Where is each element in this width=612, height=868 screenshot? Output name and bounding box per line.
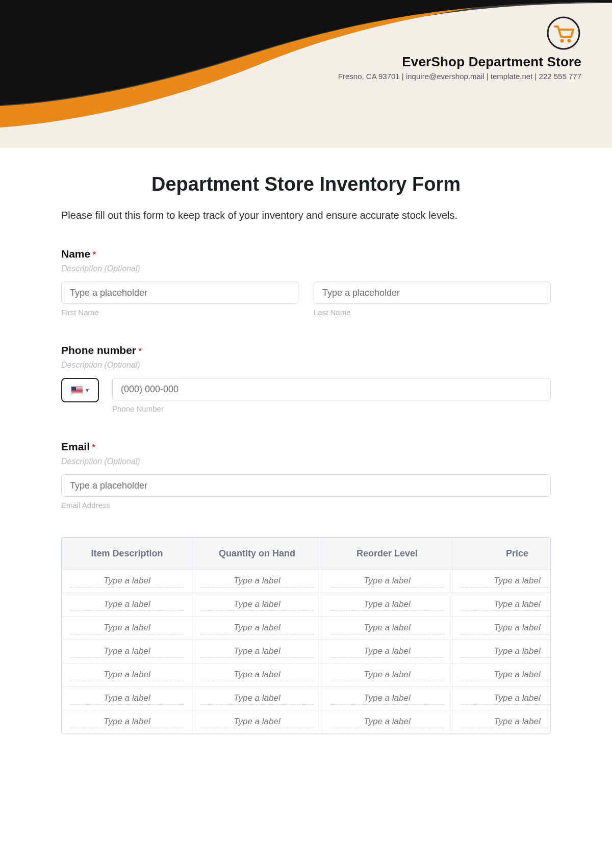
table-cell-input[interactable] bbox=[461, 575, 551, 588]
table-cell-input[interactable] bbox=[200, 598, 314, 611]
email-sublabel: Email Address bbox=[61, 501, 551, 509]
table-cell-input[interactable] bbox=[200, 645, 314, 658]
table-cell bbox=[192, 593, 322, 617]
table-cell bbox=[322, 687, 452, 710]
table-cell-input[interactable] bbox=[461, 645, 551, 658]
phone-field-group: Phone number * Description (Optional) bbox=[61, 344, 551, 413]
table-cell bbox=[62, 663, 192, 687]
cart-logo-icon bbox=[546, 15, 581, 51]
table-cell bbox=[452, 570, 551, 593]
company-contact-line: Fresno, CA 93701 | inquire@evershop.mail… bbox=[265, 72, 581, 81]
table-cell-input[interactable] bbox=[70, 645, 184, 658]
table-cell-input[interactable] bbox=[461, 622, 551, 634]
phone-sublabel: Phone Number bbox=[112, 404, 551, 413]
table-cell-input[interactable] bbox=[70, 692, 184, 705]
table-cell-input[interactable] bbox=[330, 598, 444, 611]
table-row bbox=[62, 710, 551, 734]
svg-rect-9 bbox=[71, 393, 83, 393]
table-cell-input[interactable] bbox=[461, 692, 551, 705]
form-title: Department Store Inventory Form bbox=[61, 173, 551, 195]
chevron-down-icon: ▾ bbox=[86, 387, 89, 394]
table-cell bbox=[192, 617, 322, 640]
table-cell bbox=[62, 593, 192, 617]
table-cell bbox=[192, 710, 322, 734]
email-label: Email bbox=[61, 441, 90, 452]
table-cell bbox=[192, 570, 322, 593]
table-cell-input[interactable] bbox=[461, 598, 551, 611]
first-name-input[interactable] bbox=[61, 282, 298, 304]
company-name: EverShop Department Store bbox=[265, 54, 581, 70]
svg-point-0 bbox=[548, 17, 579, 49]
us-flag-icon bbox=[71, 387, 83, 394]
table-cell-input[interactable] bbox=[200, 669, 314, 681]
table-cell bbox=[322, 570, 452, 593]
table-row bbox=[62, 687, 551, 710]
table-row bbox=[62, 593, 551, 617]
table-cell bbox=[192, 687, 322, 710]
table-cell-input[interactable] bbox=[70, 598, 184, 611]
svg-rect-7 bbox=[71, 391, 83, 391]
phone-required-mark: * bbox=[138, 347, 141, 355]
form-area: Department Store Inventory Form Please f… bbox=[0, 148, 612, 755]
table-row bbox=[62, 617, 551, 640]
table-cell bbox=[62, 687, 192, 710]
table-cell-input[interactable] bbox=[200, 622, 314, 634]
table-cell-input[interactable] bbox=[200, 692, 314, 705]
table-header-item-description: Item Description bbox=[62, 538, 192, 570]
table-cell-input[interactable] bbox=[330, 692, 444, 705]
svg-rect-8 bbox=[71, 392, 83, 392]
name-field-group: Name * Description (Optional) First Name… bbox=[61, 248, 551, 317]
first-name-sublabel: First Name bbox=[61, 308, 298, 317]
table-cell bbox=[452, 710, 551, 734]
email-description: Description (Optional) bbox=[61, 457, 551, 466]
email-field-group: Email * Description (Optional) Email Add… bbox=[61, 441, 551, 509]
table-cell bbox=[452, 663, 551, 687]
table-cell-input[interactable] bbox=[70, 669, 184, 681]
svg-rect-10 bbox=[71, 387, 76, 391]
table-cell-input[interactable] bbox=[330, 669, 444, 681]
email-required-mark: * bbox=[92, 443, 95, 452]
table-header-quantity: Quantity on Hand bbox=[192, 538, 322, 570]
table-cell bbox=[452, 687, 551, 710]
svg-point-2 bbox=[568, 39, 571, 43]
name-description: Description (Optional) bbox=[61, 264, 551, 273]
table-cell-input[interactable] bbox=[330, 575, 444, 588]
table-cell bbox=[452, 593, 551, 617]
table-cell-input[interactable] bbox=[330, 716, 444, 728]
country-code-select[interactable]: ▾ bbox=[61, 378, 99, 402]
letterhead-header: EverShop Department Store Fresno, CA 937… bbox=[0, 0, 612, 148]
table-cell bbox=[62, 640, 192, 663]
table-cell-input[interactable] bbox=[200, 716, 314, 728]
phone-number-input[interactable] bbox=[112, 378, 551, 400]
table-header-price: Price bbox=[452, 538, 551, 570]
table-cell-input[interactable] bbox=[330, 622, 444, 634]
table-cell bbox=[192, 663, 322, 687]
table-cell-input[interactable] bbox=[70, 575, 184, 588]
phone-label: Phone number bbox=[61, 344, 136, 356]
table-header-reorder: Reorder Level bbox=[322, 538, 452, 570]
table-cell-input[interactable] bbox=[70, 716, 184, 728]
table-cell-input[interactable] bbox=[461, 669, 551, 681]
table-cell bbox=[322, 640, 452, 663]
table-cell bbox=[322, 663, 452, 687]
table-cell bbox=[452, 640, 551, 663]
table-cell-input[interactable] bbox=[70, 622, 184, 634]
form-intro: Please fill out this form to keep track … bbox=[61, 210, 551, 221]
svg-point-1 bbox=[560, 39, 564, 43]
table-cell-input[interactable] bbox=[461, 716, 551, 728]
table-row bbox=[62, 570, 551, 593]
table-cell bbox=[62, 710, 192, 734]
inventory-table: Item Description Quantity on Hand Reorde… bbox=[62, 538, 551, 734]
table-cell-input[interactable] bbox=[330, 645, 444, 658]
name-label: Name bbox=[61, 248, 90, 260]
table-header-row: Item Description Quantity on Hand Reorde… bbox=[62, 538, 551, 570]
email-input[interactable] bbox=[61, 474, 551, 497]
table-cell bbox=[192, 640, 322, 663]
table-cell bbox=[322, 710, 452, 734]
header-content: EverShop Department Store Fresno, CA 937… bbox=[265, 15, 581, 81]
table-cell bbox=[62, 570, 192, 593]
table-row bbox=[62, 640, 551, 663]
table-cell bbox=[322, 593, 452, 617]
table-cell-input[interactable] bbox=[200, 575, 314, 588]
last-name-input[interactable] bbox=[314, 282, 551, 304]
